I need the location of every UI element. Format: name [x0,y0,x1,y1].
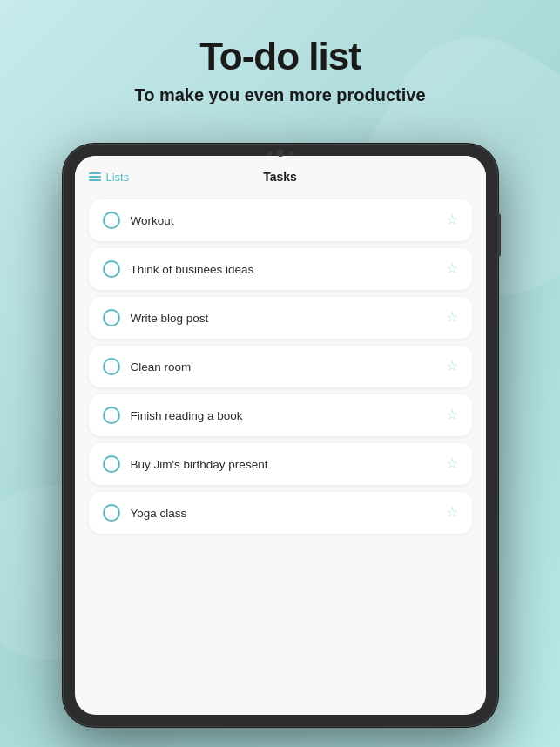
task-left: Yoga class [103,504,187,522]
task-item[interactable]: Workout ☆ [89,199,472,241]
tablet-screen: Lists Tasks Workout ☆ Think of businees … [75,156,486,715]
task-label: Buy Jim's birthday present [131,458,268,471]
page-subtitle: To make you even more productive [17,85,543,105]
tablet-device: Lists Tasks Workout ☆ Think of businees … [63,144,498,727]
task-left: Think of businees ideas [103,260,254,278]
task-label: Think of businees ideas [131,263,254,276]
page-header: To-do list To make you even more product… [0,0,560,123]
task-left: Workout [103,212,174,229]
task-left: Write blog post [103,309,209,326]
task-star-icon[interactable]: ☆ [446,311,458,325]
tablet-frame: Lists Tasks Workout ☆ Think of businees … [63,144,498,727]
task-left: Finish reading a book [103,407,243,424]
task-circle[interactable] [103,309,120,326]
task-circle[interactable] [103,455,120,473]
tablet-sensors [267,150,293,157]
hamburger-icon [89,172,101,181]
header-title: Tasks [263,170,297,184]
power-button [497,213,501,257]
task-star-icon[interactable]: ☆ [446,213,458,227]
front-camera [277,150,284,157]
task-left: Buy Jim's birthday present [103,455,268,473]
task-label: Clean room [131,360,192,374]
task-circle[interactable] [103,260,120,278]
task-item[interactable]: Clean room ☆ [89,346,472,387]
sensor-dot-2 [289,151,293,156]
task-star-icon[interactable]: ☆ [446,262,458,276]
task-star-icon[interactable]: ☆ [446,457,458,471]
task-star-icon[interactable]: ☆ [446,408,458,422]
task-item[interactable]: Yoga class ☆ [89,492,472,534]
task-label: Write blog post [131,312,209,325]
task-label: Workout [131,214,174,227]
app-header: Lists Tasks [75,156,486,194]
task-item[interactable]: Write blog post ☆ [89,297,472,339]
task-circle[interactable] [103,358,120,375]
lists-nav[interactable]: Lists [89,171,130,184]
task-list: Workout ☆ Think of businees ideas ☆ Writ… [75,194,486,715]
task-item[interactable]: Buy Jim's birthday present ☆ [89,443,472,485]
sensor-dot-1 [267,151,272,156]
task-item[interactable]: Think of businees ideas ☆ [89,248,472,290]
task-left: Clean room [103,358,192,375]
task-circle[interactable] [103,407,120,424]
task-star-icon[interactable]: ☆ [446,506,458,520]
task-label: Finish reading a book [131,409,243,422]
task-circle[interactable] [103,212,120,229]
task-item[interactable]: Finish reading a book ☆ [89,394,472,436]
page-title: To-do list [17,35,543,78]
task-circle[interactable] [103,504,120,522]
lists-label: Lists [106,171,130,184]
task-star-icon[interactable]: ☆ [446,360,458,374]
task-label: Yoga class [131,507,187,520]
